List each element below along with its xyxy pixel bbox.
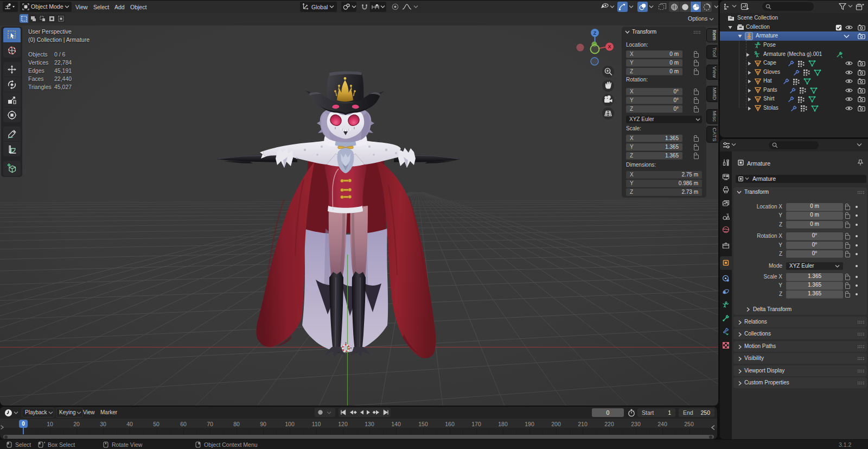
- svg-text:X: X: [608, 44, 611, 49]
- svg-text:Z: Z: [593, 30, 597, 36]
